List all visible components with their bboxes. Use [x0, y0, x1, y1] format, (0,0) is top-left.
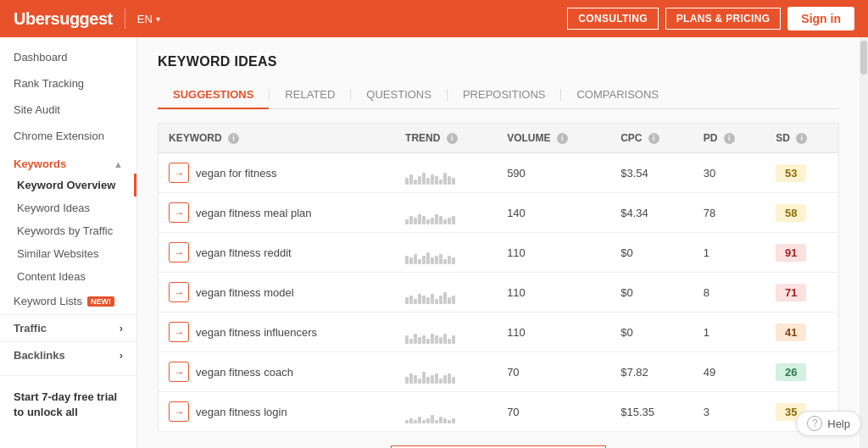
- tab-comparisons[interactable]: COMPARISONS: [561, 81, 674, 109]
- volume-info-icon[interactable]: i: [557, 133, 568, 144]
- pd-info-icon[interactable]: i: [724, 133, 735, 144]
- trend-bar: [431, 375, 434, 384]
- trend-cell: [395, 193, 497, 233]
- col-volume: VOLUME i: [497, 124, 610, 153]
- sd-badge: 26: [776, 363, 806, 381]
- pd-cell: 8: [693, 273, 765, 312]
- consulting-button[interactable]: CONSULTING: [567, 8, 658, 30]
- keyword-navigate-button[interactable]: →: [169, 282, 189, 302]
- keyword-ideas-title: KEYWORD IDEAS: [158, 54, 839, 69]
- trend-bar: [431, 174, 434, 185]
- trend-bar: [426, 252, 430, 264]
- help-button[interactable]: ? Help: [796, 411, 861, 436]
- keyword-text: vegan fitness coach: [196, 366, 293, 379]
- scrollbar-thumb[interactable]: [860, 41, 867, 75]
- sidebar-item-chrome-extension[interactable]: Chrome Extension: [0, 123, 136, 149]
- help-icon: ?: [807, 416, 822, 431]
- chevron-right-icon: ›: [120, 349, 123, 362]
- sd-info-icon[interactable]: i: [796, 133, 807, 144]
- sd-cell: 53: [765, 153, 838, 193]
- cpc-cell: $0: [610, 273, 693, 312]
- sidebar-item-dashboard[interactable]: Dashboard: [0, 44, 136, 70]
- trend-bar: [435, 373, 438, 384]
- trend-bar: [448, 256, 451, 264]
- keyword-navigate-button[interactable]: →: [169, 202, 189, 223]
- col-pd: PD i: [693, 124, 765, 153]
- sidebar-item-traffic[interactable]: Traffic ›: [0, 314, 136, 341]
- volume-cell: 110: [497, 233, 610, 273]
- trend-bar: [409, 373, 413, 384]
- trend-bar: [418, 259, 421, 264]
- sd-badge: 91: [776, 244, 806, 262]
- sidebar-item-rank-tracking[interactable]: Rank Tracking: [0, 70, 136, 97]
- keyword-navigate-button[interactable]: →: [169, 362, 189, 382]
- trend-bar: [431, 294, 434, 304]
- tab-related[interactable]: RELATED: [270, 81, 350, 109]
- trend-bar: [439, 216, 442, 224]
- trend-bar: [414, 375, 417, 384]
- trend-bar: [414, 299, 417, 304]
- trend-bar: [435, 256, 438, 264]
- col-sd: SD i: [765, 124, 838, 153]
- trend-bar: [431, 218, 434, 224]
- sidebar-item-keyword-lists[interactable]: Keyword Lists NEW!: [0, 288, 136, 314]
- table-row: → vegan fitness model 110$0871: [159, 273, 839, 312]
- tab-prepositions[interactable]: PREPOSITIONS: [448, 81, 561, 109]
- cpc-info-icon[interactable]: i: [648, 133, 659, 144]
- header: Ubersuggest EN ▾ CONSULTING PLANS & PRIC…: [0, 0, 868, 37]
- trend-bar: [431, 334, 434, 344]
- trend-bar: [409, 257, 413, 264]
- sidebar-section-keywords[interactable]: Keywords ▲: [0, 149, 136, 174]
- trend-bar: [452, 335, 455, 344]
- trend-info-icon[interactable]: i: [447, 133, 458, 144]
- keyword-info-icon[interactable]: i: [228, 133, 239, 144]
- keyword-navigate-button[interactable]: →: [169, 401, 189, 422]
- trend-bar: [409, 296, 413, 304]
- sidebar-item-keywords-by-traffic[interactable]: Keywords by Traffic: [0, 219, 136, 242]
- pd-cell: 30: [693, 153, 765, 193]
- tab-questions[interactable]: QUESTIONS: [351, 81, 447, 109]
- trend-bar: [422, 296, 426, 304]
- sidebar-item-keyword-ideas[interactable]: Keyword Ideas: [0, 196, 136, 219]
- trend-bar: [443, 219, 447, 224]
- trend-bar: [414, 420, 417, 423]
- trend-cell: [395, 273, 497, 312]
- trend-bar: [418, 294, 421, 304]
- keyword-navigate-button[interactable]: →: [169, 322, 189, 342]
- sidebar-item-similar-websites[interactable]: Similar Websites: [0, 242, 136, 265]
- signin-button[interactable]: Sign in: [787, 7, 854, 30]
- keyword-navigate-button[interactable]: →: [169, 163, 189, 183]
- trend-bar: [426, 418, 430, 423]
- table-row: → vegan fitness influencers 110$0141: [159, 312, 839, 352]
- trend-bar: [414, 334, 417, 344]
- trend-bar: [439, 254, 442, 264]
- sd-cell: 26: [765, 352, 838, 392]
- sidebar-item-content-ideas[interactable]: Content Ideas: [0, 265, 136, 288]
- keyword-navigate-button[interactable]: →: [169, 242, 189, 263]
- pd-cell: 1: [693, 233, 765, 273]
- plans-pricing-button[interactable]: PLANS & PRICING: [665, 8, 782, 30]
- keyword-cell: → vegan fitness influencers: [159, 312, 396, 352]
- tab-suggestions[interactable]: SUGGESTIONS: [158, 81, 269, 109]
- trend-bar: [405, 297, 409, 304]
- keyword-cell: → vegan fitness login: [159, 392, 396, 432]
- trend-bar: [405, 178, 409, 185]
- trend-bar: [414, 180, 417, 185]
- header-divider: [125, 8, 125, 29]
- col-keyword: KEYWORD i: [159, 124, 396, 153]
- trend-bar: [443, 292, 447, 304]
- sidebar-item-backlinks[interactable]: Backlinks ›: [0, 341, 136, 368]
- language-selector[interactable]: EN ▾: [137, 13, 160, 25]
- sidebar-item-keyword-overview[interactable]: Keyword Overview: [0, 174, 136, 196]
- new-badge: NEW!: [87, 296, 114, 307]
- trend-bar: [452, 178, 455, 185]
- trend-bar: [448, 373, 451, 384]
- sidebar: Dashboard Rank Tracking Site Audit Chrom…: [0, 37, 137, 448]
- trend-bar: [418, 379, 421, 384]
- table-row: → vegan fitness meal plan 140$4.347858: [159, 193, 839, 233]
- keyword-text: vegan fitness reddit: [196, 246, 292, 259]
- sidebar-item-site-audit[interactable]: Site Audit: [0, 97, 136, 123]
- trend-bar: [418, 176, 421, 185]
- table-row: → vegan fitness coach 70$7.824926: [159, 352, 839, 392]
- trend-bar: [426, 339, 430, 344]
